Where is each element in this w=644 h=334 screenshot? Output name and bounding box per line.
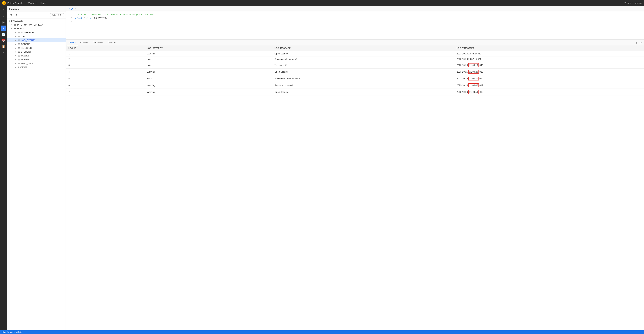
tab-result[interactable]: Result xyxy=(67,40,78,45)
expand-icon: ▶ xyxy=(15,47,17,49)
tab-databases[interactable]: Databases xyxy=(91,40,106,45)
cell-log-message: Success feels so good! xyxy=(272,56,454,62)
tree-item-public[interactable]: ▾ 🗃 PUBLIC xyxy=(7,27,66,31)
tree-item-label: STUDENT xyxy=(21,51,31,53)
ts-highlighted: 21:00:10 xyxy=(468,63,479,67)
tree-item-label: INFORMATION_SCHEMA xyxy=(17,24,43,26)
cell-log-id: 4 xyxy=(66,69,144,75)
tab-console[interactable]: Console xyxy=(78,40,91,45)
chevron-down-icon: ▾ xyxy=(36,2,37,4)
nav-home[interactable]: ⌂ xyxy=(1,8,6,13)
table-row[interactable]: 5ErrorWelcome to the dark side!2023-10-2… xyxy=(66,75,644,82)
nav-documents[interactable]: 📄 xyxy=(1,32,6,37)
nav-database[interactable]: 🗄 xyxy=(1,26,6,31)
admin-button[interactable]: admin ▾ xyxy=(635,2,642,4)
line-number: 2 xyxy=(68,17,72,20)
cell-log-severity: Warning xyxy=(144,69,272,75)
table-icon: ⊞ xyxy=(18,54,20,57)
sidebar-more-button[interactable]: ··· xyxy=(62,8,64,11)
sql-editor[interactable]: 1 -- Ctrl+X to execute all or selected t… xyxy=(66,12,644,40)
table-row[interactable]: 3InfoYou made it!2023-10-26 21:00:10.346 xyxy=(66,62,644,69)
nav-jobs[interactable]: ⏰ xyxy=(1,38,6,43)
table-row[interactable]: 1WarningOpen Sesame!2023-10-26 20:38:27.… xyxy=(66,51,644,56)
content-area: SQL ✕ 1 -- Ctrl+X to execute all or sele… xyxy=(66,6,644,330)
tree-item-label: LOG_EVENTS xyxy=(21,39,36,42)
table-row[interactable]: 2InfoSuccess feels so good!2023-10-26 20… xyxy=(66,56,644,62)
sql-keyword: select xyxy=(74,17,82,20)
ts-suffix: .346 xyxy=(479,64,483,66)
tree-item-label: TABLE2 xyxy=(21,58,29,61)
tree-item-label: TABLE1 xyxy=(21,54,29,57)
ts-highlighted: 21:00:50 xyxy=(468,90,479,94)
expand-icon: ▶ xyxy=(15,39,17,41)
tree-item-persons[interactable]: ▶ ⊞ PERSONS xyxy=(7,46,66,50)
cell-log-message: Open Sesame! xyxy=(272,69,454,75)
ts-suffix: .019 xyxy=(479,84,483,87)
results-toolbar-right: ▲ ✕ xyxy=(635,41,643,45)
col-log-id: LOG_ID xyxy=(66,46,144,51)
tree-item-information-schema[interactable]: ▶ 🗃 INFORMATION_SCHEMA xyxy=(7,23,66,27)
theme-button[interactable]: Theme ▾ xyxy=(624,2,632,4)
cell-log-message: Password updated! xyxy=(272,82,454,89)
cell-log-severity: Warning xyxy=(144,51,272,56)
sql-tab[interactable]: SQL ✕ xyxy=(67,6,78,11)
maximize-button[interactable]: ▲ xyxy=(635,41,638,45)
tree-item-orders[interactable]: ▶ ⊞ ORDERS xyxy=(7,42,66,46)
table-icon: ⊞ xyxy=(18,51,20,53)
table-icon: ⊞ xyxy=(18,47,20,49)
sql-line-2: 2 select * from LOG_EVENTS; xyxy=(68,17,641,20)
table-icon: ⊞ xyxy=(18,62,20,65)
nav-logs[interactable]: 📋 xyxy=(1,44,6,49)
table-row[interactable]: 6WarningPassword updated!2023-10-26 21:0… xyxy=(66,82,644,89)
topbar: ☀ Eclipse Dirigible Window ▾ Help ▾ Them… xyxy=(0,0,644,6)
tab-transfer[interactable]: Transfer xyxy=(106,40,118,45)
refresh-button[interactable]: ⏱ xyxy=(9,13,13,17)
nav-git[interactable]: ⑂ xyxy=(1,14,6,19)
view-icon: ⠿ xyxy=(18,66,19,68)
tree-item-table1[interactable]: ▶ ⊞ TABLE1 xyxy=(7,54,66,58)
cell-log-timestamp: 2023-10-26 20:38:27.839 xyxy=(454,51,644,56)
table-row[interactable]: 4WarningOpen Sesame!2023-10-26 21:00:20.… xyxy=(66,69,644,75)
tree-item-view3[interactable]: ▶ ⠿ VIEW3 xyxy=(7,65,66,69)
tree-item-log-events[interactable]: ▶ ⊞ LOG_EVENTS xyxy=(7,38,66,42)
cell-log-severity: Info xyxy=(144,62,272,69)
expand-icon: ▶ xyxy=(15,66,17,68)
reload-button[interactable]: ↺ xyxy=(14,13,18,17)
menu-help[interactable]: Help ▾ xyxy=(39,1,47,5)
table-row[interactable]: 7WarningOpen Sesame!2023-10-26 21:00:50.… xyxy=(66,89,644,95)
sql-tab-close[interactable]: ✕ xyxy=(74,8,76,10)
nav-more[interactable]: » xyxy=(1,50,6,55)
sidebar: Database ··· ⏱ ↺ DefaultDB ▾ ▾ DATABASE … xyxy=(7,6,66,330)
menu-window[interactable]: Window ▾ xyxy=(26,1,38,5)
tree-item-car[interactable]: ▶ ⊞ CAR xyxy=(7,35,66,38)
tree-section-database[interactable]: ▾ DATABASE xyxy=(7,19,66,23)
cell-log-message: You made it! xyxy=(272,62,454,69)
sql-line-1: 1 -- Ctrl+X to execute all or selected t… xyxy=(68,13,641,17)
sql-code: select * from LOG_EVENTS; xyxy=(74,17,107,20)
cell-log-message: Open Sesame! xyxy=(272,89,454,95)
col-log-timestamp: LOG_TIMESTAMP xyxy=(454,46,644,51)
sidebar-header: Database ··· xyxy=(7,6,66,12)
sidebar-title: Database xyxy=(9,8,19,10)
tree-item-table2[interactable]: ▶ ⊞ TABLE2 xyxy=(7,58,66,62)
sql-comment: -- Ctrl+X to execute all or selected tex… xyxy=(74,13,156,17)
tree-item-test-data[interactable]: ▶ ⊞ TEST_DATA xyxy=(7,62,66,65)
ts-suffix: .018 xyxy=(479,71,483,73)
expand-icon: ▶ xyxy=(15,63,17,64)
sidebar-toolbar: ⏱ ↺ DefaultDB ▾ xyxy=(7,12,66,19)
db-name: DefaultDB xyxy=(52,14,61,16)
tree-item-label: ORDERS xyxy=(21,43,30,45)
tree-item-student[interactable]: ▶ ⊞ STUDENT xyxy=(7,50,66,54)
cell-log-severity: Error xyxy=(144,75,272,82)
topbar-right: Theme ▾ admin ▾ xyxy=(624,2,642,4)
ts-prefix: 2023-10-26 xyxy=(457,91,468,93)
ts-prefix: 2023-10-26 xyxy=(457,84,468,87)
status-bar: https://www.dirigible.io xyxy=(0,330,644,334)
nav-run[interactable]: ▶ xyxy=(1,20,6,25)
sql-tab-bar: SQL ✕ xyxy=(66,6,644,12)
tree-item-addresses[interactable]: ▶ ⊞ ADDRESSES xyxy=(7,31,66,35)
cell-log-severity: Info xyxy=(144,56,272,62)
close-button[interactable]: ✕ xyxy=(640,41,643,45)
ts-suffix: .019 xyxy=(479,77,483,80)
db-selector[interactable]: DefaultDB ▾ xyxy=(50,13,64,17)
